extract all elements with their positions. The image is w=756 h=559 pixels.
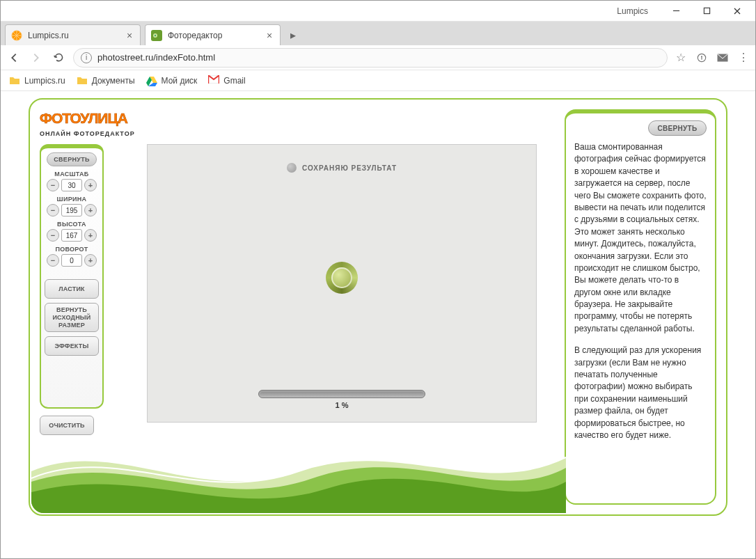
- spinner-icon: [326, 262, 358, 294]
- eraser-button[interactable]: ЛАСТИК: [45, 279, 99, 299]
- right-info-panel: СВЕРНУТЬ Ваша смонтированная фотография …: [565, 109, 716, 505]
- logo: ФОТОУЛИЦА ОНЛАЙН ФОТОРЕДАКТОР: [40, 109, 144, 137]
- plus-button[interactable]: +: [84, 204, 97, 216]
- height-value[interactable]: 167: [61, 229, 82, 242]
- plus-button[interactable]: +: [84, 229, 97, 242]
- new-tab-button[interactable]: ▸: [285, 26, 301, 43]
- effects-button[interactable]: ЭФФЕКТЫ: [45, 336, 99, 356]
- close-icon[interactable]: ×: [125, 31, 134, 40]
- bookmark-lumpics[interactable]: Lumpics.ru: [9, 75, 65, 86]
- back-button[interactable]: [6, 50, 22, 65]
- logo-text: ФОТОУЛИЦА: [40, 109, 144, 127]
- bookmarks-bar: Lumpics.ru Документы Мой диск Gmail: [1, 70, 755, 91]
- logo-subtitle: ОНЛАЙН ФОТОРЕДАКТОР: [40, 130, 144, 137]
- drive-icon: [146, 75, 157, 86]
- minus-button[interactable]: −: [47, 204, 59, 216]
- address-bar: i photostreet.ru/indexFoto.html ☆ ⋮: [1, 45, 755, 70]
- window-title: Lumpics: [617, 6, 648, 16]
- address-actions: ☆ ⋮: [675, 52, 750, 64]
- canvas: СОХРАНЯЮ РЕЗУЛЬТАТ 1 %: [147, 144, 537, 423]
- tab-photoeditor[interactable]: Фоторедактор ×: [145, 24, 281, 45]
- bullet-icon: [287, 163, 297, 173]
- plus-button[interactable]: +: [84, 179, 97, 191]
- folder-icon: [77, 75, 88, 86]
- tab-strip: Lumpics.ru × Фоторедактор × ▸: [1, 22, 755, 45]
- progress-text: 1 %: [258, 401, 425, 409]
- height-control: ВЫСОТА − 167 +: [44, 221, 100, 242]
- svg-point-5: [155, 34, 156, 36]
- menu-icon[interactable]: ⋮: [737, 52, 750, 64]
- info-icon[interactable]: i: [81, 52, 92, 63]
- bookmark-gmail[interactable]: Gmail: [208, 75, 245, 86]
- omnibox[interactable]: i photostreet.ru/indexFoto.html: [73, 48, 668, 68]
- scale-control: МАСШТАБ − 30 +: [44, 171, 100, 191]
- reload-button[interactable]: [51, 50, 66, 65]
- collapse-button[interactable]: СВЕРНУТЬ: [47, 152, 97, 166]
- svg-point-7: [701, 56, 702, 57]
- progress-bar: [258, 390, 425, 398]
- chameleon-icon: [151, 30, 162, 41]
- gmail-icon: [208, 75, 219, 86]
- minus-button[interactable]: −: [47, 254, 59, 267]
- page-scroll[interactable]: ФОТОУЛИЦА ОНЛАЙН ФОТОРЕДАКТОР СВЕРНУТЬ М…: [1, 91, 755, 558]
- scale-value[interactable]: 30: [61, 179, 82, 191]
- tab-label: Фоторедактор: [168, 31, 222, 40]
- app-frame: ФОТОУЛИЦА ОНЛАЙН ФОТОРЕДАКТОР СВЕРНУТЬ М…: [29, 98, 727, 516]
- progress: 1 %: [258, 390, 425, 409]
- titlebar: Lumpics: [1, 1, 755, 22]
- info-text: Ваша смонтированная фотография сейчас фо…: [574, 141, 707, 451]
- mail-icon[interactable]: [716, 52, 729, 64]
- viewport: ФОТОУЛИЦА ОНЛАЙН ФОТОРЕДАКТОР СВЕРНУТЬ М…: [1, 91, 755, 558]
- key-icon[interactable]: [695, 52, 708, 64]
- width-value[interactable]: 195: [61, 204, 82, 216]
- tab-lumpics[interactable]: Lumpics.ru ×: [5, 24, 141, 45]
- close-button[interactable]: [722, 1, 753, 21]
- close-icon[interactable]: ×: [265, 31, 274, 40]
- wave-decoration: [31, 430, 566, 513]
- maximize-button[interactable]: [691, 1, 722, 21]
- window: Lumpics Lumpics.ru × Фоторедактор × ▸: [0, 0, 756, 559]
- rotate-control: ПОВОРОТ − 0 +: [44, 246, 100, 267]
- collapse-button[interactable]: СВЕРНУТЬ: [648, 120, 707, 136]
- svg-rect-0: [704, 8, 709, 13]
- minimize-button[interactable]: [661, 1, 691, 21]
- star-icon[interactable]: ☆: [675, 52, 687, 64]
- minus-button[interactable]: −: [47, 179, 59, 191]
- rotate-value[interactable]: 0: [61, 254, 82, 267]
- url-text: photostreet.ru/indexFoto.html: [97, 52, 215, 63]
- minus-button[interactable]: −: [47, 229, 59, 242]
- svg-text:ФОТОУЛИЦА: ФОТОУЛИЦА: [40, 110, 128, 126]
- orange-icon: [11, 30, 22, 41]
- saving-label: СОХРАНЯЮ РЕЗУЛЬТАТ: [287, 163, 397, 173]
- width-control: ШИРИНА − 195 +: [44, 196, 100, 216]
- folder-icon: [9, 75, 20, 86]
- plus-button[interactable]: +: [84, 254, 97, 267]
- svg-rect-8: [701, 57, 702, 60]
- reset-size-button[interactable]: ВЕРНУТЬ ИСХОДНЫЙ РАЗМЕР: [45, 303, 99, 332]
- forward-button[interactable]: [29, 50, 44, 65]
- bookmark-documents[interactable]: Документы: [77, 75, 135, 86]
- left-toolbox: СВЕРНУТЬ МАСШТАБ − 30 +: [40, 144, 104, 409]
- bookmark-drive[interactable]: Мой диск: [146, 75, 198, 86]
- tab-label: Lumpics.ru: [28, 31, 69, 40]
